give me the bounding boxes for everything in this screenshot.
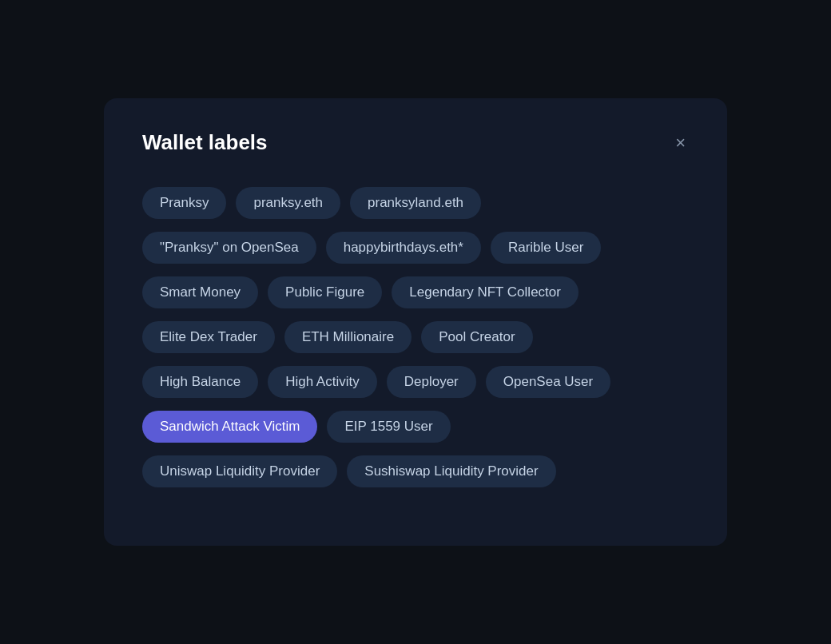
labels-row-0: Pranksypranksy.ethpranksyland.eth xyxy=(142,187,689,219)
modal-overlay: Wallet labels × Pranksypranksy.ethpranks… xyxy=(0,0,831,644)
label-tag-eth-millionaire[interactable]: ETH Millionaire xyxy=(284,321,412,353)
label-tag-pranksy[interactable]: Pranksy xyxy=(142,187,226,219)
close-button[interactable]: × xyxy=(672,131,689,155)
label-tag-uniswap-liquidity-provider[interactable]: Uniswap Liquidity Provider xyxy=(142,455,337,487)
labels-row-5: Sandwich Attack VictimEIP 1559 User xyxy=(142,411,689,443)
label-tag-pranksyland-eth[interactable]: pranksyland.eth xyxy=(350,187,481,219)
labels-row-3: Elite Dex TraderETH MillionairePool Crea… xyxy=(142,321,689,353)
label-tag-pranksy-eth[interactable]: pranksy.eth xyxy=(236,187,340,219)
modal-header: Wallet labels × xyxy=(142,130,689,155)
label-tag-eip-1559-user[interactable]: EIP 1559 User xyxy=(327,411,450,443)
label-tag-legendary-nft-collector[interactable]: Legendary NFT Collector xyxy=(392,276,579,308)
label-tag-public-figure[interactable]: Public Figure xyxy=(268,276,382,308)
label-tag-elite-dex-trader[interactable]: Elite Dex Trader xyxy=(142,321,275,353)
label-tag-rarible-user[interactable]: Rarible User xyxy=(491,232,601,264)
labels-row-6: Uniswap Liquidity ProviderSushiswap Liqu… xyxy=(142,455,689,487)
labels-row-4: High BalanceHigh ActivityDeployerOpenSea… xyxy=(142,366,689,398)
label-tag-sushiswap-liquidity-provider[interactable]: Sushiswap Liquidity Provider xyxy=(347,455,555,487)
label-tag-high-balance[interactable]: High Balance xyxy=(142,366,258,398)
label-tag-pool-creator[interactable]: Pool Creator xyxy=(421,321,532,353)
wallet-labels-modal: Wallet labels × Pranksypranksy.ethpranks… xyxy=(104,98,727,546)
labels-container: Pranksypranksy.ethpranksyland.eth"Pranks… xyxy=(142,187,689,487)
labels-row-1: "Pranksy" on OpenSeahappybirthdays.eth*R… xyxy=(142,232,689,264)
label-tag-opensea-user[interactable]: OpenSea User xyxy=(486,366,610,398)
label-tag-pranksy-opensea[interactable]: "Pranksy" on OpenSea xyxy=(142,232,316,264)
label-tag-deployer[interactable]: Deployer xyxy=(387,366,476,398)
label-tag-sandwich-attack-victim[interactable]: Sandwich Attack Victim xyxy=(142,411,317,443)
label-tag-smart-money[interactable]: Smart Money xyxy=(142,276,258,308)
label-tag-high-activity[interactable]: High Activity xyxy=(268,366,377,398)
labels-row-2: Smart MoneyPublic FigureLegendary NFT Co… xyxy=(142,276,689,308)
modal-title: Wallet labels xyxy=(142,130,268,155)
label-tag-happybirthdays-eth[interactable]: happybirthdays.eth* xyxy=(326,232,481,264)
